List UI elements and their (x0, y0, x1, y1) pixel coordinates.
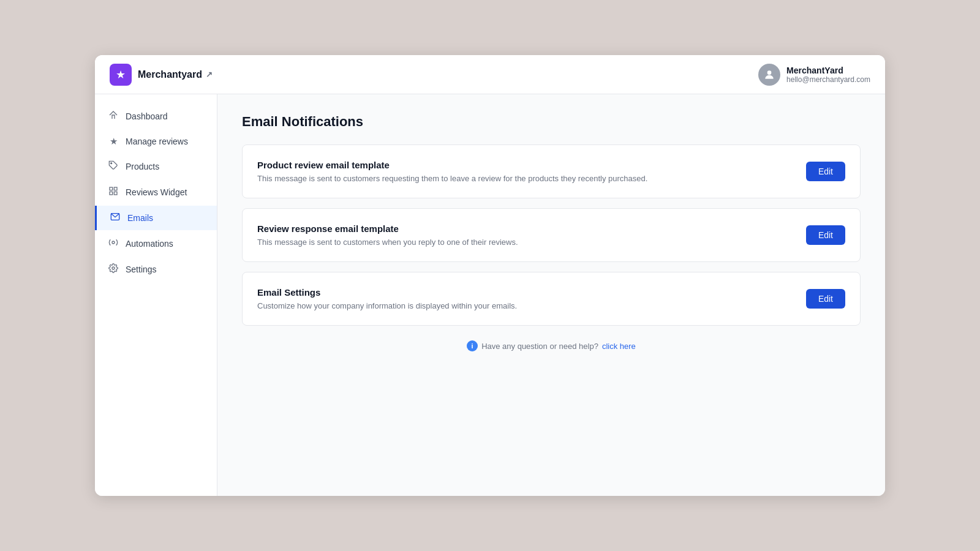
card-product-review-email-text: Product review email template This messa… (257, 160, 647, 183)
logo-icon: ★ (110, 64, 132, 86)
sidebar-label-products: Products (126, 162, 159, 171)
sidebar-label-manage-reviews: Manage reviews (126, 137, 188, 146)
header-left: ★ Merchantyard ↗ (110, 64, 213, 86)
app-window: ★ Merchantyard ↗ MerchantYard hello@merc… (95, 55, 885, 496)
svg-point-7 (112, 241, 115, 244)
home-icon (107, 110, 119, 122)
card-product-review-email-title: Product review email template (257, 160, 647, 170)
card-review-response-email-desc: This message is sent to customers when y… (257, 238, 518, 247)
sidebar-label-automations: Automations (126, 239, 173, 249)
sidebar-item-manage-reviews[interactable]: ★ Manage reviews (95, 130, 217, 153)
app-name: Merchantyard ↗ (138, 69, 213, 80)
automations-icon (107, 238, 119, 250)
edit-email-settings-button[interactable]: Edit (806, 289, 845, 309)
card-email-settings-text: Email Settings Customize how your compan… (257, 287, 517, 310)
card-review-response-email: Review response email template This mess… (242, 208, 861, 262)
page-title: Email Notifications (242, 114, 861, 130)
card-review-response-email-text: Review response email template This mess… (257, 223, 518, 247)
svg-rect-4 (110, 192, 113, 195)
edit-review-response-email-button[interactable]: Edit (806, 225, 845, 245)
sidebar-label-emails: Emails (127, 213, 153, 223)
user-name: MerchantYard (786, 66, 870, 75)
svg-rect-3 (114, 187, 117, 190)
external-link-icon[interactable]: ↗ (206, 70, 213, 79)
svg-rect-5 (114, 192, 117, 195)
email-icon (109, 212, 121, 224)
svg-point-1 (111, 163, 112, 164)
sidebar-item-settings[interactable]: Settings (95, 257, 217, 282)
main-layout: Dashboard ★ Manage reviews Products (95, 94, 885, 496)
header: ★ Merchantyard ↗ MerchantYard hello@merc… (95, 55, 885, 94)
sidebar-label-reviews-widget: Reviews Widget (126, 187, 187, 197)
sidebar-label-settings: Settings (126, 264, 157, 274)
info-icon: i (467, 340, 478, 351)
tag-icon (107, 160, 119, 173)
header-right: MerchantYard hello@merchantyard.com (758, 64, 870, 86)
sidebar-item-dashboard[interactable]: Dashboard (95, 104, 217, 129)
sidebar-label-dashboard: Dashboard (126, 111, 168, 121)
card-review-response-email-title: Review response email template (257, 223, 518, 234)
card-product-review-email: Product review email template This messa… (242, 144, 861, 198)
user-info: MerchantYard hello@merchantyard.com (786, 66, 870, 84)
user-email: hello@merchantyard.com (786, 75, 870, 84)
sidebar-item-reviews-widget[interactable]: Reviews Widget (95, 180, 217, 204)
card-email-settings-title: Email Settings (257, 287, 517, 298)
footer-help: i Have any question or need help? click … (242, 340, 861, 351)
card-email-settings-desc: Customize how your company information i… (257, 301, 517, 310)
settings-icon (107, 263, 119, 276)
app-name-text: Merchantyard (138, 69, 202, 80)
help-link[interactable]: click here (602, 342, 636, 351)
help-text: Have any question or need help? (481, 342, 598, 351)
edit-product-review-email-button[interactable]: Edit (806, 162, 845, 181)
widget-icon (107, 186, 119, 198)
sidebar: Dashboard ★ Manage reviews Products (95, 94, 217, 496)
card-email-settings: Email Settings Customize how your compan… (242, 272, 861, 326)
sidebar-item-automations[interactable]: Automations (95, 231, 217, 256)
sidebar-item-products[interactable]: Products (95, 154, 217, 179)
avatar (758, 64, 780, 86)
svg-rect-2 (110, 187, 113, 190)
card-product-review-email-desc: This message is sent to customers reques… (257, 174, 647, 183)
star-icon: ★ (107, 136, 119, 147)
svg-point-0 (767, 70, 772, 75)
sidebar-item-emails[interactable]: Emails (95, 206, 217, 230)
content-area: Email Notifications Product review email… (217, 94, 885, 496)
svg-point-8 (112, 267, 115, 269)
